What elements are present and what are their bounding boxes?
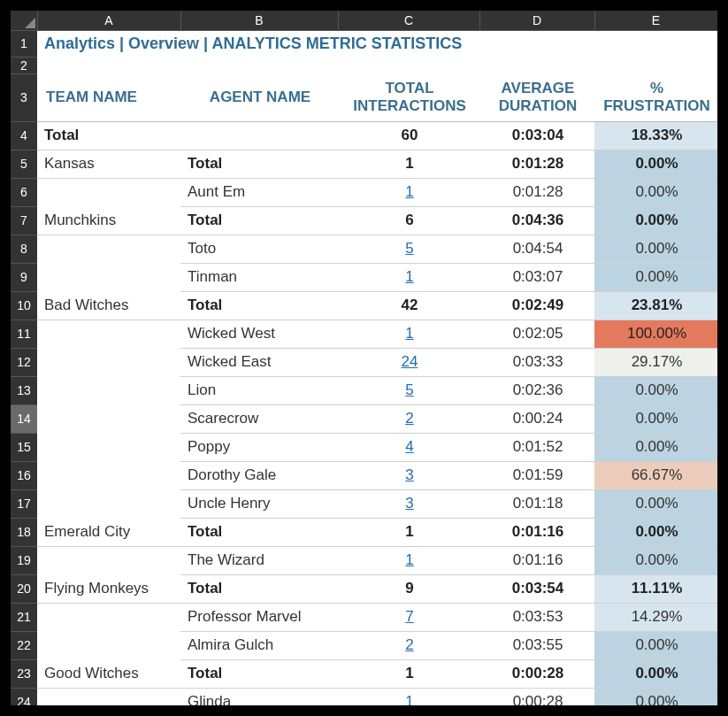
row-header-8[interactable]: 8 bbox=[11, 235, 37, 263]
frustration-cell[interactable]: 0.00% bbox=[594, 489, 717, 518]
frustration-cell[interactable]: 14.29% bbox=[594, 603, 717, 631]
row-header-10[interactable]: 10 bbox=[11, 291, 37, 320]
interactions-cell[interactable]: 4 bbox=[338, 433, 479, 461]
team-cell[interactable]: Good Witches bbox=[37, 659, 180, 688]
agent-cell[interactable]: Dorothy Gale bbox=[180, 461, 338, 489]
interactions-cell[interactable]: 5 bbox=[338, 376, 479, 404]
frustration-cell[interactable]: 0.00% bbox=[594, 404, 717, 433]
interactions-link[interactable]: 3 bbox=[405, 466, 413, 483]
team-cell[interactable] bbox=[37, 688, 180, 705]
frustration-cell[interactable]: 100.00% bbox=[594, 320, 717, 348]
duration-cell[interactable]: 0:03:53 bbox=[479, 603, 594, 631]
team-cell[interactable]: Flying Monkeys bbox=[37, 574, 180, 603]
interactions-cell[interactable]: 1 bbox=[338, 150, 479, 178]
interactions-cell[interactable]: 7 bbox=[338, 603, 479, 631]
team-cell[interactable] bbox=[37, 348, 180, 376]
team-cell[interactable]: Bad Witches bbox=[37, 291, 180, 320]
row-header-12[interactable]: 12 bbox=[11, 348, 37, 376]
row-header-7[interactable]: 7 bbox=[11, 206, 37, 235]
duration-cell[interactable]: 0:01:16 bbox=[479, 518, 594, 546]
row-header-15[interactable]: 15 bbox=[11, 433, 37, 461]
agent-cell[interactable]: Tinman bbox=[180, 263, 338, 291]
interactions-cell[interactable]: 3 bbox=[338, 461, 479, 489]
agent-cell[interactable]: Uncle Henry bbox=[180, 489, 338, 518]
duration-cell[interactable]: 0:02:36 bbox=[479, 376, 594, 404]
agent-cell[interactable] bbox=[180, 121, 338, 150]
team-cell[interactable]: Total bbox=[37, 121, 180, 150]
interactions-link[interactable]: 1 bbox=[405, 693, 413, 705]
duration-cell[interactable]: 0:01:28 bbox=[479, 150, 594, 178]
interactions-cell[interactable]: 1 bbox=[338, 659, 479, 688]
team-cell[interactable] bbox=[37, 489, 180, 518]
frustration-cell[interactable]: 11.11% bbox=[594, 574, 717, 603]
interactions-cell[interactable]: 1 bbox=[338, 263, 479, 291]
interactions-cell[interactable]: 2 bbox=[338, 404, 479, 433]
team-cell[interactable] bbox=[37, 546, 180, 574]
column-header-D[interactable]: D bbox=[479, 11, 594, 30]
interactions-cell[interactable]: 3 bbox=[338, 489, 479, 518]
interactions-link[interactable]: 1 bbox=[405, 325, 413, 342]
row-header-17[interactable]: 17 bbox=[11, 489, 37, 518]
duration-cell[interactable]: 0:03:04 bbox=[479, 121, 594, 150]
frustration-cell[interactable]: 0.00% bbox=[594, 235, 717, 263]
interactions-link[interactable]: 1 bbox=[405, 551, 413, 568]
frustration-cell[interactable]: 0.00% bbox=[594, 518, 717, 546]
select-all-corner[interactable] bbox=[11, 11, 37, 30]
column-header-C[interactable]: C bbox=[338, 11, 479, 30]
frustration-cell[interactable]: 0.00% bbox=[594, 178, 717, 206]
duration-cell[interactable]: 0:04:54 bbox=[479, 235, 594, 263]
duration-cell[interactable]: 0:03:07 bbox=[479, 263, 594, 291]
interactions-cell[interactable]: 1 bbox=[338, 518, 479, 546]
frustration-cell[interactable]: 0.00% bbox=[594, 263, 717, 291]
interactions-link[interactable]: 4 bbox=[405, 438, 413, 455]
row-header-3[interactable]: 3 bbox=[11, 73, 37, 121]
row-header-23[interactable]: 23 bbox=[11, 659, 37, 688]
interactions-cell[interactable]: 60 bbox=[338, 121, 479, 150]
frustration-cell[interactable]: 0.00% bbox=[594, 688, 717, 705]
frustration-cell[interactable]: 0.00% bbox=[594, 206, 717, 235]
interactions-link[interactable]: 3 bbox=[405, 495, 413, 512]
interactions-link[interactable]: 1 bbox=[405, 183, 413, 200]
agent-cell[interactable]: The Wizard bbox=[180, 546, 338, 574]
team-cell[interactable] bbox=[37, 433, 180, 461]
interactions-cell[interactable]: 9 bbox=[338, 574, 479, 603]
agent-cell[interactable]: Almira Gulch bbox=[180, 631, 338, 659]
interactions-cell[interactable]: 24 bbox=[338, 348, 479, 376]
duration-cell[interactable]: 0:01:52 bbox=[479, 433, 594, 461]
duration-cell[interactable]: 0:01:18 bbox=[479, 489, 594, 518]
agent-cell[interactable]: Scarecrow bbox=[180, 404, 338, 433]
interactions-link[interactable]: 1 bbox=[405, 268, 413, 285]
team-cell[interactable] bbox=[37, 235, 180, 263]
interactions-cell[interactable]: 1 bbox=[338, 688, 479, 705]
agent-cell[interactable]: Lion bbox=[180, 376, 338, 404]
duration-cell[interactable]: 0:04:36 bbox=[479, 206, 594, 235]
team-cell[interactable] bbox=[37, 404, 180, 433]
row-header-24[interactable]: 24 bbox=[11, 688, 37, 705]
frustration-cell[interactable]: 0.00% bbox=[594, 546, 717, 574]
frustration-cell[interactable]: 66.67% bbox=[594, 461, 717, 489]
agent-cell[interactable]: Toto bbox=[180, 235, 338, 263]
duration-cell[interactable]: 0:01:28 bbox=[479, 178, 594, 206]
row-header-4[interactable]: 4 bbox=[11, 121, 37, 150]
agent-cell[interactable]: Total bbox=[180, 291, 338, 320]
interactions-link[interactable]: 5 bbox=[405, 381, 413, 398]
column-header-B[interactable]: B bbox=[180, 11, 338, 30]
row-header-13[interactable]: 13 bbox=[11, 376, 37, 404]
frustration-cell[interactable]: 18.33% bbox=[594, 121, 717, 150]
frustration-cell[interactable]: 0.00% bbox=[594, 433, 717, 461]
team-cell[interactable] bbox=[37, 461, 180, 489]
agent-cell[interactable]: Aunt Em bbox=[180, 178, 338, 206]
row-header-1[interactable]: 1 bbox=[11, 30, 37, 57]
duration-cell[interactable]: 0:01:16 bbox=[479, 546, 594, 574]
interactions-cell[interactable]: 5 bbox=[338, 235, 479, 263]
interactions-cell[interactable]: 1 bbox=[338, 320, 479, 348]
row-header-2[interactable]: 2 bbox=[11, 57, 37, 73]
duration-cell[interactable]: 0:00:28 bbox=[479, 659, 594, 688]
column-header-A[interactable]: A bbox=[37, 11, 180, 30]
frustration-cell[interactable]: 0.00% bbox=[594, 376, 717, 404]
team-cell[interactable] bbox=[37, 603, 180, 631]
column-header-E[interactable]: E bbox=[594, 11, 717, 30]
row-header-14[interactable]: 14 bbox=[11, 404, 37, 433]
interactions-link[interactable]: 2 bbox=[405, 410, 413, 427]
row-header-6[interactable]: 6 bbox=[11, 178, 37, 206]
